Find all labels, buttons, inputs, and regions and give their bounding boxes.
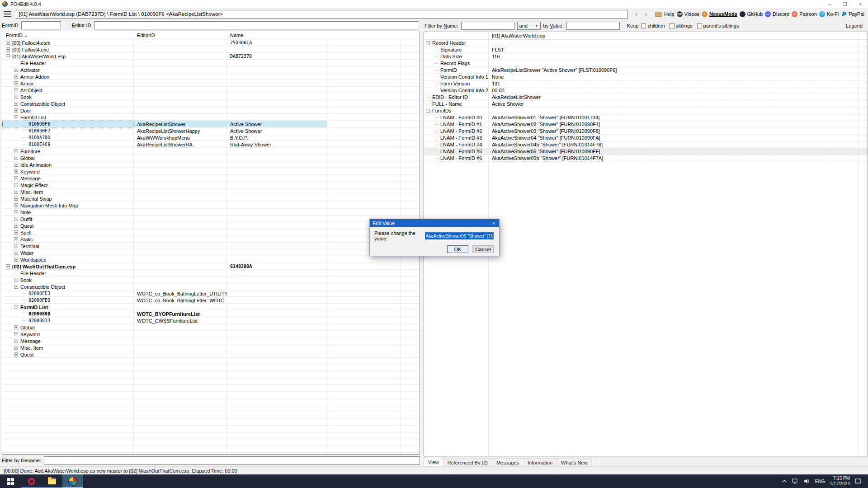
tree-row[interactable]: +Activator — [2, 66, 420, 73]
tree-row[interactable]: +Note — [2, 209, 420, 216]
expand-icon[interactable]: + — [14, 346, 18, 350]
action-center-icon[interactable] — [855, 479, 862, 484]
tray-chevron-icon[interactable] — [782, 479, 787, 483]
tree-row[interactable]: +Material Swap — [2, 195, 420, 202]
collapse-icon[interactable]: − — [14, 285, 18, 289]
expand-icon[interactable]: + — [14, 197, 18, 201]
expand-icon[interactable]: + — [14, 325, 18, 329]
detail-row[interactable]: −Record Header — [424, 40, 868, 47]
expand-icon[interactable]: + — [14, 352, 18, 357]
collapse-icon[interactable]: − — [14, 115, 18, 119]
volume-icon[interactable] — [804, 479, 810, 484]
link-discord[interactable]: ••Discord — [765, 11, 789, 17]
tree-row[interactable]: +Keyword — [2, 168, 420, 175]
detail-row[interactable]: Form Version131 — [424, 80, 868, 87]
tree-row[interactable]: 010090F6AkaRecipeListShowerActive Shower — [2, 121, 420, 127]
tree-row[interactable]: +Terminal — [2, 243, 420, 249]
expand-icon[interactable]: + — [14, 251, 18, 255]
collapse-icon[interactable]: − — [14, 305, 18, 309]
tree-row[interactable]: −[01] AkaWaterWorld.espDAB7237D — [2, 53, 420, 60]
tree-row[interactable]: +[00] Fallout4.exe — [2, 46, 420, 53]
expand-icon[interactable]: + — [14, 88, 18, 92]
expand-icon[interactable]: + — [14, 176, 18, 180]
detail-plugin-header[interactable]: [01] AkaWaterWorld.esp — [424, 33, 545, 38]
link-videos[interactable]: GPVideos — [677, 11, 699, 17]
expand-icon[interactable]: + — [14, 210, 18, 214]
tree-row[interactable]: +Idle Animation — [2, 161, 420, 168]
tree-row[interactable]: +Worldspace — [2, 256, 420, 263]
tree-row[interactable]: +[00] Fallout4.esm75D3D6CA — [2, 39, 420, 46]
formid-input[interactable] — [21, 21, 61, 29]
expand-icon[interactable]: + — [14, 203, 18, 207]
tree-row[interactable]: +Door — [2, 107, 420, 114]
collapse-icon[interactable]: − — [426, 41, 430, 45]
expand-icon[interactable]: + — [14, 332, 18, 336]
detail-row[interactable]: EDID - Editor IDAkaRecipeListShower — [424, 94, 868, 101]
detail-row[interactable]: FormIDAkaRecipeListShower "Active Shower… — [424, 67, 868, 74]
start-button[interactable] — [0, 474, 21, 488]
tree-row[interactable]: +Constructible Object — [2, 100, 420, 107]
tree-row[interactable]: +Message — [2, 338, 420, 344]
taskbar-opera-button[interactable] — [21, 474, 42, 488]
tab-what-s-new[interactable]: What's New — [557, 458, 592, 466]
tree-row[interactable]: +Message — [2, 175, 420, 182]
expand-icon[interactable]: + — [14, 75, 18, 79]
tab-messages[interactable]: Messages — [492, 458, 524, 466]
column-header-name[interactable]: Name — [226, 33, 327, 38]
expand-icon[interactable]: + — [14, 339, 18, 343]
legend-link[interactable]: Legend — [846, 23, 866, 28]
link-patreon[interactable]: PPatreon — [792, 11, 817, 17]
breadcrumb[interactable]: [01] AkaWaterWorld.esp (DAB7237D) \ Form… — [16, 10, 628, 19]
detail-row[interactable]: Record Flags — [424, 60, 868, 67]
detail-row[interactable]: LNAM - FormID #1AkaActiveShower02 "Showe… — [424, 121, 868, 128]
detail-row[interactable]: LNAM - FormID #5AkaActiveShower05 "Showe… — [424, 148, 868, 155]
link-help[interactable]: Help — [655, 11, 675, 17]
expand-icon[interactable]: + — [14, 224, 18, 228]
tab-information[interactable]: Information — [523, 458, 557, 466]
forward-icon[interactable]: › — [645, 11, 647, 17]
tree-row[interactable]: −FormID List — [2, 114, 420, 121]
tree-row[interactable]: +Book — [2, 94, 420, 100]
tree-row[interactable]: +Furniture — [2, 148, 420, 155]
expand-icon[interactable]: + — [14, 102, 18, 106]
close-button[interactable]: × — [853, 0, 868, 8]
tree-row[interactable]: +Armor — [2, 80, 420, 87]
collapse-icon[interactable]: − — [426, 109, 430, 113]
link-ko-fi[interactable]: ❒Ko-Fi — [819, 11, 839, 17]
cancel-button[interactable]: Cancel — [472, 245, 494, 253]
tree-row[interactable]: +Misc. Item — [2, 344, 420, 351]
tree-row[interactable]: +Global — [2, 155, 420, 161]
filter-operator-select[interactable]: and▼ — [517, 22, 541, 30]
tree-row[interactable]: +Magic Effect — [2, 182, 420, 188]
expand-icon[interactable]: + — [14, 217, 18, 221]
link-paypal[interactable]: PPayPal — [841, 11, 864, 17]
tree-row[interactable]: +Water — [2, 249, 420, 256]
tree-row[interactable]: +Outfit — [2, 216, 420, 222]
column-header-formid[interactable]: FormID▲ — [2, 33, 133, 38]
tree-row[interactable]: +Spell — [2, 229, 420, 236]
keep-checkbox-parent-s-siblings[interactable]: parent's siblings — [697, 23, 739, 28]
expand-icon[interactable]: + — [14, 95, 18, 99]
keep-checkbox-children[interactable]: children — [641, 23, 665, 28]
expand-icon[interactable]: + — [14, 278, 18, 282]
editorid-input[interactable] — [94, 21, 419, 29]
expand-icon[interactable]: + — [6, 41, 10, 45]
detail-row[interactable]: LNAM - FormID #6AkaActiveShower05b "Show… — [424, 155, 868, 162]
tree-row[interactable]: 0100E4C9AkaRecipeListShowerRARad-Away Sh… — [2, 141, 420, 148]
tree-row[interactable]: −Constructible Object — [2, 283, 420, 290]
taskbar-explorer-button[interactable] — [42, 474, 62, 488]
tree-row[interactable]: +Art Object — [2, 87, 420, 94]
expand-icon[interactable]: + — [14, 237, 18, 241]
tree-row[interactable]: 02000833WOTC_CWSSFurnitureList — [2, 317, 420, 324]
detail-row[interactable]: FULL - NameActive Shower — [424, 101, 868, 108]
detail-row[interactable]: LNAM - FormID #4AkaActiveShower04b "Show… — [424, 141, 868, 148]
dialog-close-icon[interactable]: × — [488, 221, 499, 226]
dialog-titlebar[interactable]: Edit Value × — [370, 219, 499, 227]
detail-row[interactable]: Version Control Info 1None — [424, 74, 868, 80]
detail-row[interactable]: Version Control Info 200 00 — [424, 87, 868, 94]
expand-icon[interactable]: + — [6, 47, 10, 52]
edit-value-input[interactable]: AkaActiveShower05 "Shower" [FURN:010090F… — [425, 232, 494, 239]
keep-checkbox-siblings[interactable]: siblings — [670, 23, 693, 28]
tree-row[interactable]: +Misc. Item — [2, 188, 420, 195]
tree-row[interactable]: +Book — [2, 277, 420, 283]
